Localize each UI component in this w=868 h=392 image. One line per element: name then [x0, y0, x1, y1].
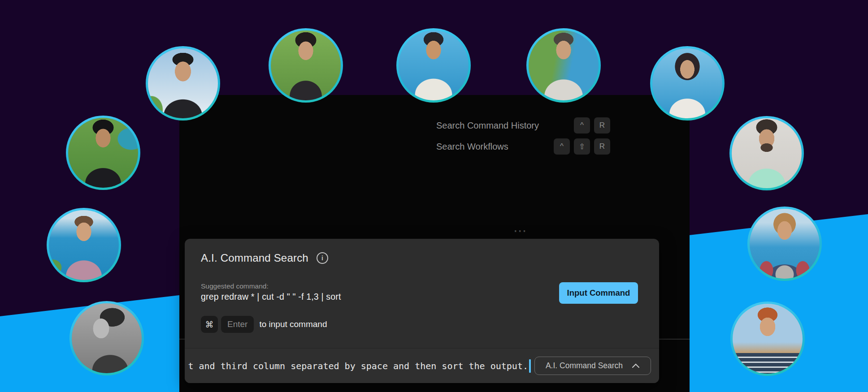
avatar-photo [526, 28, 601, 103]
avatar-photo [66, 116, 140, 190]
page: ⋯ Search Command History ^ R Search Work… [0, 0, 868, 392]
avatar-photo [650, 46, 725, 121]
avatar-photo [47, 208, 121, 282]
command-input-bar[interactable]: t and third column separated by space an… [185, 348, 659, 383]
panel-title-row: A.I. Command Search i [201, 252, 328, 264]
ai-command-search-panel: A.I. Command Search i Suggested command:… [185, 239, 659, 383]
ctrl-keycap: ^ [554, 138, 570, 155]
avatar-photo [69, 301, 144, 375]
info-icon-glyph: i [321, 255, 323, 261]
avatar-photo [146, 46, 220, 121]
chevron-up-icon [632, 363, 640, 368]
command-input-text: t and third column separated by space an… [188, 349, 528, 383]
shortcut-keys: ^ ⇧ R [554, 138, 610, 155]
avatar-photo [747, 207, 822, 281]
suggested-command-text: grep redraw * | cut -d " " -f 1,3 | sort [201, 292, 341, 302]
panel-main: A.I. Command Search i Suggested command:… [185, 239, 659, 348]
text-cursor [529, 359, 531, 373]
shift-keycap: ⇧ [574, 138, 590, 155]
avatar-photo [269, 28, 343, 103]
panel-drag-handle[interactable]: ⋯ [513, 228, 527, 233]
avatar-photo [730, 302, 805, 376]
avatar-photo [729, 116, 804, 190]
shortcut-label: Search Command History [436, 121, 539, 131]
mode-selector-label: A.I. Command Search [546, 361, 623, 370]
panel-title: A.I. Command Search [201, 252, 308, 264]
info-icon[interactable]: i [317, 252, 328, 264]
cmd-keycap: ⌘ [201, 316, 218, 333]
shortcut-row-workflows[interactable]: Search Workflows ^ ⇧ R [436, 138, 610, 155]
avatar-photo [396, 28, 471, 103]
shortcut-label: Search Workflows [436, 142, 508, 152]
shortcut-keys: ^ R [574, 117, 610, 134]
mode-selector-dropdown[interactable]: A.I. Command Search [534, 357, 651, 375]
hint-text: to input command [259, 319, 327, 329]
r-keycap: R [594, 117, 610, 134]
r-keycap: R [594, 138, 610, 155]
input-command-button[interactable]: Input Command [559, 282, 638, 304]
enter-keycap: Enter [221, 316, 254, 333]
ctrl-keycap: ^ [574, 117, 590, 134]
keyboard-hint-row: ⌘ Enter to input command [201, 316, 327, 333]
shortcut-row-command-history[interactable]: Search Command History ^ R [436, 116, 610, 134]
suggested-command-label: Suggested command: [201, 282, 269, 290]
